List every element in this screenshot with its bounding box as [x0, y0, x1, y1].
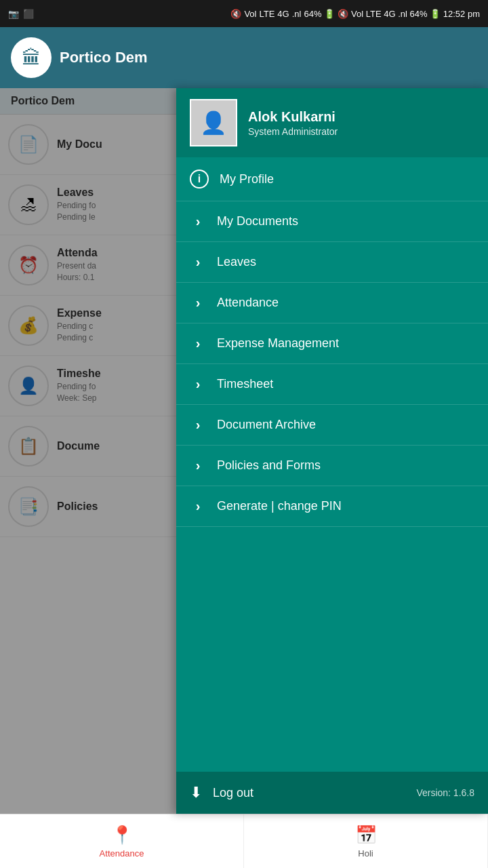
menu-item-my-profile[interactable]: i My Profile [176, 157, 488, 201]
logout-row[interactable]: ⬇ Log out Version: 1.6.8 [176, 772, 488, 814]
network-info: Vol [244, 9, 256, 19]
holidays-nav-label: Holi [358, 848, 373, 859]
menu-item-attendance[interactable]: › Attendance [176, 283, 488, 323]
mute-icon: 🔇 [230, 9, 241, 19]
nav-item-holidays[interactable]: 📅 Holi [244, 814, 488, 868]
menu-label-policies-and-forms: Policies and Forms [217, 458, 474, 473]
status-bar: 📷 ⬛ 🔇 Vol LTE 4G .nl 64% 🔋 🔇 Vol LTE 4G … [0, 0, 488, 27]
version-text: Version: 1.6.8 [416, 787, 474, 798]
menu-item-document-archive[interactable]: › Document Archive [176, 405, 488, 446]
signal-icon: .nl [292, 9, 302, 19]
avatar-placeholder: 👤 [200, 110, 227, 136]
menu-label-my-documents: My Documents [217, 214, 474, 229]
battery-percent: 64% [304, 9, 321, 19]
logout-label: Log out [213, 786, 253, 800]
logout-icon: ⬇ [190, 784, 202, 802]
menu-item-leaves[interactable]: › Leaves [176, 242, 488, 283]
logo-icon: 🏛 [22, 47, 41, 69]
square-icon: ⬛ [23, 9, 34, 19]
main-content: Portico Dem 📄 My Docu 🏖 Leaves Pending f… [0, 88, 488, 814]
menu-item-expense-management[interactable]: › Expense Management [176, 323, 488, 364]
menu-label-leaves: Leaves [217, 255, 474, 269]
menu-item-policies-and-forms[interactable]: › Policies and Forms [176, 446, 488, 486]
info-icon: i [190, 170, 209, 189]
drawer-overlay[interactable] [0, 88, 176, 814]
lte-badge: LTE [259, 9, 274, 19]
menu-item-timesheet[interactable]: › Timesheet [176, 364, 488, 405]
camera-icon: 📷 [8, 9, 19, 19]
time: 🔇 Vol LTE 4G .nl 64% 🔋 12:52 pm [338, 9, 480, 19]
menu-items-list: i My Profile › My Documents › Leaves › A… [176, 157, 488, 772]
app-header: 🏛 Portico Dem [0, 27, 488, 88]
menu-item-my-documents[interactable]: › My Documents [176, 201, 488, 242]
app-title: Portico Dem [60, 49, 148, 66]
chevron-icon: › [190, 295, 206, 311]
chevron-icon: › [190, 214, 206, 229]
chevron-icon: › [190, 336, 206, 351]
attendance-nav-icon: 📍 [111, 825, 133, 846]
menu-label-timesheet: Timesheet [217, 377, 474, 391]
chevron-icon: › [190, 458, 206, 473]
attendance-nav-label: Attendance [100, 848, 144, 859]
chevron-icon: › [190, 254, 206, 270]
menu-label-document-archive: Document Archive [217, 418, 474, 432]
chevron-icon: › [190, 376, 206, 392]
status-left-icons: 📷 ⬛ [8, 9, 34, 19]
menu-label-attendance: Attendance [217, 296, 474, 310]
status-right-info: 🔇 Vol LTE 4G .nl 64% 🔋 🔇 Vol LTE 4G .nl … [230, 9, 480, 19]
nav-item-attendance[interactable]: 📍 Attendance [0, 814, 244, 868]
user-info: Alok Kulkarni System Administrator [248, 109, 338, 137]
chevron-icon: › [190, 417, 206, 433]
app-logo: 🏛 [11, 37, 52, 78]
user-name: Alok Kulkarni [248, 109, 338, 125]
user-avatar: 👤 [190, 99, 237, 146]
holidays-nav-icon: 📅 [355, 825, 377, 846]
chevron-icon: › [190, 498, 206, 514]
4g-badge: 4G [277, 9, 289, 19]
user-role: System Administrator [248, 126, 338, 137]
menu-label-my-profile: My Profile [220, 172, 474, 186]
menu-label-expense-management: Expense Management [217, 336, 474, 351]
menu-item-generate-pin[interactable]: › Generate | change PIN [176, 486, 488, 527]
menu-label-generate-pin: Generate | change PIN [217, 499, 474, 513]
drawer-user-profile[interactable]: 👤 Alok Kulkarni System Administrator [176, 88, 488, 157]
battery-icon: 🔋 [324, 9, 335, 19]
drawer-menu: 👤 Alok Kulkarni System Administrator i M… [176, 88, 488, 814]
bottom-nav: 📍 Attendance 📅 Holi [0, 814, 488, 868]
